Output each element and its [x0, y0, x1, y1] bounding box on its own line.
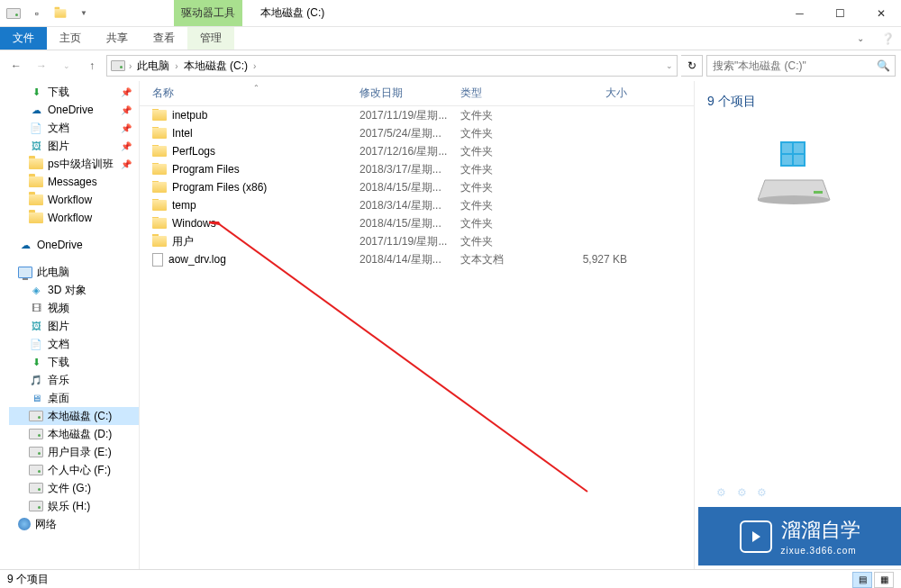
view-details-button[interactable]: ▤	[852, 572, 872, 588]
file-row[interactable]: Intel 2017/5/24/星期... 文件夹	[140, 124, 694, 142]
file-type: 文件夹	[460, 108, 555, 123]
sidebar-item[interactable]: ps中级培训班📌	[9, 155, 139, 173]
file-row[interactable]: Program Files 2018/3/17/星期... 文件夹	[140, 160, 694, 178]
sidebar-item-label: 本地磁盘 (C:)	[48, 409, 112, 424]
sidebar-item[interactable]: 📄文档📌	[9, 119, 139, 137]
sidebar-item[interactable]: 🖼图片📌	[9, 137, 139, 155]
file-name: inetpub	[172, 109, 207, 122]
tab-manage[interactable]: 管理	[187, 27, 234, 50]
preview-title: 9 个项目	[707, 94, 888, 110]
sidebar-item-label: ps中级培训班	[48, 157, 114, 172]
pin-icon: 📌	[121, 105, 132, 115]
view-icons-button[interactable]: ▦	[874, 572, 894, 588]
svg-rect-3	[782, 155, 792, 165]
chevron-right-icon[interactable]: ›	[175, 61, 177, 71]
file-type: 文件夹	[460, 126, 555, 141]
breadcrumb-root[interactable]: 此电脑	[135, 59, 171, 74]
pin-icon: 📌	[121, 141, 132, 151]
app-icon	[4, 4, 23, 23]
sidebar-item-label: 文档	[48, 337, 69, 352]
column-header-date[interactable]: 修改日期	[359, 86, 460, 101]
sidebar-item-label: 3D 对象	[48, 283, 86, 298]
column-header-type[interactable]: 类型	[460, 86, 555, 101]
file-row[interactable]: inetpub 2017/11/19/星期... 文件夹	[140, 106, 694, 124]
sidebar-item-label: Workflow	[48, 194, 92, 206]
chevron-right-icon[interactable]: ›	[129, 61, 132, 71]
sidebar-item[interactable]: 🖼图片	[9, 317, 139, 335]
sidebar-network[interactable]: 网络	[9, 515, 139, 533]
file-type: 文件夹	[460, 180, 555, 195]
breadcrumb-current[interactable]: 本地磁盘 (C:)	[182, 59, 250, 74]
maximize-button[interactable]: ☐	[820, 0, 860, 27]
search-box[interactable]: 🔍	[706, 55, 896, 77]
sidebar-item[interactable]: 本地磁盘 (C:)	[9, 407, 139, 425]
qat-dropdown[interactable]: ▼	[74, 4, 94, 23]
refresh-button[interactable]: ↻	[681, 55, 703, 77]
file-date: 2018/3/17/星期...	[359, 162, 460, 177]
sidebar-item[interactable]: 🖥桌面	[9, 389, 139, 407]
drive-icon-large	[758, 137, 839, 209]
sidebar-item[interactable]: 🎵音乐	[9, 371, 139, 389]
sidebar-item-label: 本地磁盘 (D:)	[48, 427, 112, 442]
column-header-name[interactable]: 名称 ⌃	[152, 86, 359, 101]
sidebar-item-label: 下载	[48, 85, 69, 100]
column-header-size[interactable]: 大小	[555, 86, 627, 101]
tab-home[interactable]: 主页	[47, 27, 94, 50]
sidebar-item[interactable]: 用户目录 (E:)	[9, 443, 139, 461]
chevron-right-icon[interactable]: ›	[253, 61, 256, 71]
file-row[interactable]: PerfLogs 2017/12/16/星期... 文件夹	[140, 142, 694, 160]
sidebar-item-label: 音乐	[48, 373, 69, 388]
file-list: 名称 ⌃ 修改日期 类型 大小 inetpub 2017/11/19/星期...…	[140, 81, 694, 569]
svg-rect-1	[782, 143, 792, 153]
file-row[interactable]: aow_drv.log 2018/4/14/星期... 文本文档 5,927 K…	[140, 250, 694, 268]
sidebar-item[interactable]: 🎞视频	[9, 299, 139, 317]
sidebar-item[interactable]: Messages	[9, 173, 139, 191]
sidebar-item[interactable]: 本地磁盘 (D:)	[9, 425, 139, 443]
sidebar-item[interactable]: 📄文档	[9, 335, 139, 353]
qat-properties[interactable]: ▫	[27, 4, 47, 23]
tab-file[interactable]: 文件	[0, 27, 47, 50]
close-button[interactable]: ✕	[860, 0, 901, 27]
sidebar-item-label: Workflow	[48, 212, 92, 224]
nav-forward-button[interactable]: →	[31, 55, 52, 77]
sidebar-item-label: 图片	[48, 139, 69, 154]
help-icon[interactable]: ❔	[874, 27, 901, 50]
search-icon[interactable]: 🔍	[871, 56, 895, 76]
address-bar[interactable]: › 此电脑 › 本地磁盘 (C:) › ⌄	[106, 55, 678, 77]
sidebar-item[interactable]: 文件 (G:)	[9, 479, 139, 497]
sidebar-item-label: 娱乐 (H:)	[48, 499, 90, 514]
svg-rect-6	[814, 191, 823, 194]
ribbon-expand-icon[interactable]: ⌄	[847, 27, 874, 50]
sidebar-item[interactable]: Workflow	[9, 191, 139, 209]
tab-view[interactable]: 查看	[141, 27, 187, 50]
file-date: 2018/3/14/星期...	[359, 198, 460, 213]
nav-back-button[interactable]: ←	[5, 55, 27, 77]
svg-rect-2	[794, 143, 804, 153]
sidebar-item[interactable]: 个人中心 (F:)	[9, 461, 139, 479]
sidebar-item[interactable]: ⬇下载📌	[9, 83, 139, 101]
sidebar-item[interactable]: ⬇下载	[9, 353, 139, 371]
tab-share[interactable]: 共享	[94, 27, 141, 50]
file-row[interactable]: 用户 2017/11/19/星期... 文件夹	[140, 232, 694, 250]
sidebar-item-label: 个人中心 (F:)	[48, 463, 111, 478]
file-date: 2018/4/15/星期...	[359, 180, 460, 195]
search-input[interactable]	[707, 59, 871, 72]
ribbon-tabs: 文件 主页 共享 查看 管理 ⌄ ❔	[0, 27, 901, 50]
file-name: Windows	[172, 217, 216, 230]
sidebar-onedrive[interactable]: ☁OneDrive	[9, 236, 139, 254]
file-row[interactable]: Program Files (x86) 2018/4/15/星期... 文件夹	[140, 178, 694, 196]
sidebar-item[interactable]: Workflow	[9, 209, 139, 227]
nav-up-button[interactable]: ↑	[81, 55, 103, 77]
nav-history-dropdown[interactable]: ⌄	[56, 55, 77, 77]
file-row[interactable]: Windows 2018/4/15/星期... 文件夹	[140, 214, 694, 232]
sidebar-item[interactable]: 娱乐 (H:)	[9, 497, 139, 515]
minimize-button[interactable]: ─	[779, 0, 820, 27]
sidebar-item[interactable]: ☁OneDrive📌	[9, 101, 139, 119]
address-dropdown-icon[interactable]: ⌄	[666, 61, 673, 70]
sidebar-thispc[interactable]: 此电脑	[9, 263, 139, 281]
sidebar-item[interactable]: ◈3D 对象	[9, 281, 139, 299]
qat-newfolder[interactable]	[50, 4, 70, 23]
window-title: 本地磁盘 (C:)	[242, 0, 779, 26]
file-row[interactable]: temp 2018/3/14/星期... 文件夹	[140, 196, 694, 214]
sidebar-item-label: OneDrive	[48, 104, 94, 116]
